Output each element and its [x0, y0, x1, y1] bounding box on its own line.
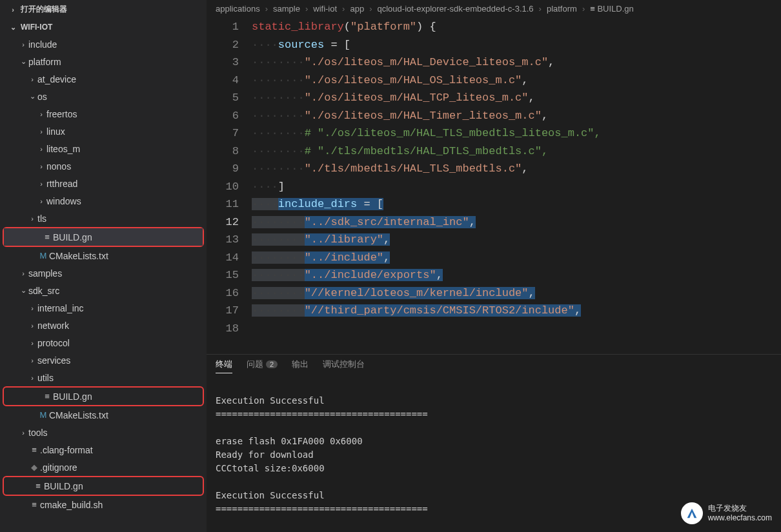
tree-folder[interactable]: ›freertos	[0, 105, 207, 123]
tree-folder[interactable]: ⌄os	[0, 88, 207, 105]
breadcrumb-item[interactable]: applications	[216, 4, 260, 14]
tree-item-label: tls	[37, 213, 46, 224]
file-tree[interactable]: ›include⌄platform›at_device⌄os›freertos›…	[0, 35, 207, 532]
panel-tab[interactable]: 问题2	[247, 359, 278, 373]
chevron-right-icon: ›	[8, 6, 18, 14]
tree-folder[interactable]: ›nonos	[0, 157, 207, 175]
tree-folder[interactable]: ›tools	[0, 424, 207, 441]
chevron-right-icon: ›	[36, 145, 46, 153]
file-icon: ≡	[28, 500, 40, 509]
tree-folder[interactable]: ›windows	[0, 192, 207, 210]
tree-item-label: sdk_src	[28, 286, 59, 296]
chevron-right-icon: ›	[263, 4, 270, 14]
chevron-right-icon: ›	[18, 429, 28, 437]
line-gutter: 123456789101112131415161718	[207, 18, 252, 354]
chevron-right-icon: ›	[367, 4, 374, 14]
tree-item-label: at_device	[37, 74, 76, 84]
file-icon: ≡	[41, 391, 53, 401]
tree-file[interactable]: ◆.gitignore	[0, 458, 207, 476]
tree-folder[interactable]: ›tls	[0, 210, 207, 227]
tree-item-label: linux	[46, 126, 65, 137]
breadcrumb-item[interactable]: ≡ BUILD.gn	[590, 4, 634, 14]
tree-file[interactable]: MCMakeLists.txt	[0, 406, 207, 424]
breadcrumb-item[interactable]: app	[350, 4, 364, 14]
code-body[interactable]: static_library("platform") {····sources …	[252, 18, 781, 354]
tree-file[interactable]: ≡BUILD.gn	[4, 477, 203, 495]
chevron-right-icon: ›	[27, 322, 37, 330]
project-header[interactable]: ⌄ WIFI-IOT	[0, 19, 207, 35]
watermark-url: www.elecfans.com	[708, 513, 772, 523]
open-editors-header[interactable]: › 打开的编辑器	[0, 0, 207, 19]
open-editors-label: 打开的编辑器	[21, 4, 67, 15]
tree-item-label: internal_inc	[37, 303, 84, 313]
tree-folder[interactable]: ⌄sdk_src	[0, 282, 207, 299]
chevron-right-icon: ›	[18, 270, 28, 277]
main-area: applications›sample›wifi-iot›app›qcloud-…	[207, 0, 781, 532]
tree-item-label: services	[37, 355, 70, 366]
chevron-down-icon: ⌄	[18, 57, 28, 66]
file-icon: M	[37, 251, 49, 261]
tree-folder[interactable]: ⌄platform	[0, 53, 207, 70]
tree-item-label: .clang-format	[40, 445, 93, 455]
chevron-right-icon: ›	[340, 4, 347, 14]
breadcrumb-item[interactable]: platform	[547, 4, 577, 14]
tree-file[interactable]: MCMakeLists.txt	[0, 247, 207, 264]
tree-folder[interactable]: ›rtthread	[0, 175, 207, 192]
breadcrumb-item[interactable]: sample	[273, 4, 300, 14]
tree-item-label: BUILD.gn	[44, 481, 83, 491]
breadcrumb[interactable]: applications›sample›wifi-iot›app›qcloud-…	[207, 0, 781, 18]
tree-folder[interactable]: ›liteos_m	[0, 140, 207, 157]
tree-item-label: protocol	[37, 338, 70, 348]
chevron-right-icon: ›	[36, 163, 46, 170]
chevron-right-icon: ›	[36, 180, 46, 188]
chevron-right-icon: ›	[27, 374, 37, 382]
tree-file[interactable]: ≡BUILD.gn	[4, 228, 203, 246]
tree-folder[interactable]: ›samples	[0, 264, 207, 282]
chevron-right-icon: ›	[36, 197, 46, 205]
code-editor[interactable]: 123456789101112131415161718 static_libra…	[207, 18, 781, 354]
tree-folder[interactable]: ›include	[0, 35, 207, 53]
chevron-down-icon: ⌄	[18, 286, 28, 295]
chevron-right-icon: ›	[536, 4, 544, 14]
tree-folder[interactable]: ›protocol	[0, 334, 207, 351]
tree-item-label: rtthread	[46, 179, 77, 189]
tree-item-label: include	[28, 39, 57, 50]
panel-tab[interactable]: 终端	[216, 359, 232, 373]
chevron-down-icon: ⌄	[27, 92, 37, 101]
chevron-down-icon: ⌄	[8, 23, 18, 32]
tree-folder[interactable]: ›linux	[0, 123, 207, 140]
breadcrumb-item[interactable]: wifi-iot	[313, 4, 337, 14]
watermark: 电子发烧友 www.elecfans.com	[681, 502, 772, 524]
tree-item-label: network	[37, 320, 69, 331]
chevron-right-icon: ›	[18, 41, 28, 48]
tree-item-label: BUILD.gn	[53, 232, 92, 242]
tree-item-label: .gitignore	[40, 462, 77, 473]
chevron-right-icon: ›	[303, 4, 310, 14]
panel-tabs[interactable]: 终端问题2输出调试控制台	[207, 355, 781, 377]
tree-folder[interactable]: ›at_device	[0, 70, 207, 88]
file-icon: M	[37, 410, 49, 420]
chevron-right-icon: ›	[580, 4, 587, 14]
tree-file[interactable]: ≡.clang-format	[0, 441, 207, 458]
file-icon: ≡	[28, 445, 40, 455]
tree-item-label: os	[37, 92, 47, 102]
tree-folder[interactable]: ›services	[0, 351, 207, 369]
tree-folder[interactable]: ›internal_inc	[0, 299, 207, 317]
tree-item-label: liteos_m	[46, 144, 80, 154]
badge: 2	[266, 360, 278, 368]
file-icon: ≡	[41, 232, 53, 242]
tree-item-label: tools	[28, 428, 48, 438]
tree-file[interactable]: ≡BUILD.gn	[4, 388, 203, 405]
chevron-right-icon: ›	[27, 215, 37, 222]
watermark-brand: 电子发烧友	[708, 504, 772, 513]
tree-folder[interactable]: ›utils	[0, 369, 207, 386]
file-icon: ≡	[32, 481, 44, 491]
tree-folder[interactable]: ›network	[0, 317, 207, 334]
chevron-right-icon: ›	[36, 110, 46, 118]
project-name-label: WIFI-IOT	[21, 23, 52, 32]
tree-file[interactable]: ≡cmake_build.sh	[0, 496, 207, 513]
panel-tab[interactable]: 输出	[292, 359, 309, 373]
breadcrumb-item[interactable]: qcloud-iot-explorer-sdk-embedded-c-3.1.6	[378, 4, 534, 14]
panel-tab[interactable]: 调试控制台	[323, 359, 365, 373]
tree-item-label: CMakeLists.txt	[49, 410, 108, 420]
